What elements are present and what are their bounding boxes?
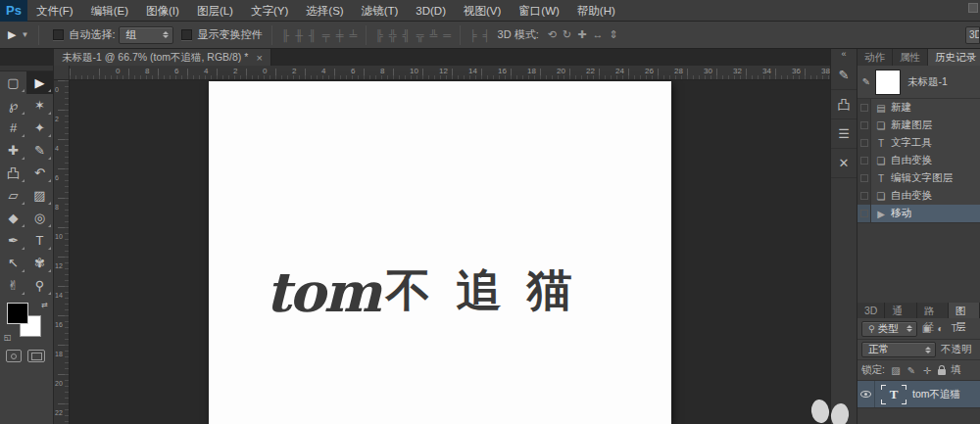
history-item-1[interactable]: ❏新建图层 <box>858 117 980 134</box>
menu-item-3[interactable]: 图层(L) <box>188 0 242 22</box>
lock-all-icon[interactable] <box>938 369 946 375</box>
history-brush-tool[interactable]: ↶ <box>26 162 53 184</box>
custom-shape-tool[interactable]: ✾ <box>26 252 53 274</box>
menu-item-9[interactable]: 窗口(W) <box>510 0 568 22</box>
3d-orbit-icon[interactable]: ⟲ <box>548 28 557 40</box>
workspace-switcher-button[interactable]: 3D <box>965 26 980 44</box>
blend-mode-dropdown[interactable]: 正常 <box>861 342 936 357</box>
menu-item-2[interactable]: 图像(I) <box>137 0 188 22</box>
document-canvas[interactable]: tom不追猫 <box>209 81 671 424</box>
auto-select-dropdown[interactable]: 组 <box>119 26 173 44</box>
path-selection-tool[interactable]: ↖ <box>0 252 26 274</box>
show-transform-checkbox[interactable] <box>181 29 192 40</box>
menu-item-5[interactable]: 选择(S) <box>297 0 352 22</box>
align-bottom-edges-icon[interactable]: ╧ <box>349 29 357 41</box>
distribute-horizontal-centers-icon[interactable]: ╩ <box>429 29 437 41</box>
distribute-left-edges-icon[interactable]: ╦ <box>416 29 424 41</box>
layers-tab-图层[interactable]: 图层 <box>949 303 980 318</box>
history-item-6[interactable]: ▶移动 <box>858 205 980 222</box>
3d-slide-icon[interactable]: ↔ <box>592 28 603 40</box>
move-tool[interactable]: ▶ <box>26 71 53 94</box>
hand-tool[interactable]: ✌ <box>0 274 26 297</box>
lock-image-icon[interactable]: ✎ <box>906 365 917 376</box>
panel-tab-动作[interactable]: 动作 <box>858 49 893 66</box>
menu-item-4[interactable]: 文字(Y) <box>242 0 297 22</box>
canvas-text-layer[interactable]: tom不追猫 <box>266 259 597 324</box>
panel-tab-属性[interactable]: 属性 <box>893 49 928 66</box>
panel-tab-历史记录[interactable]: 历史记录 <box>928 49 980 66</box>
snapshot-thumbnail[interactable] <box>875 70 901 95</box>
align-right-edges-icon[interactable]: ╢ <box>309 29 317 41</box>
history-item-4[interactable]: T编辑文字图层 <box>858 169 980 187</box>
ruler-origin-corner[interactable] <box>54 66 70 80</box>
brush-tool[interactable]: ✎ <box>26 139 53 162</box>
zoom-tool[interactable]: ⚲ <box>26 274 53 297</box>
dodge-tool[interactable]: ◎ <box>26 207 53 229</box>
clone-stamp-tool[interactable]: 凸 <box>0 162 26 184</box>
vertical-ruler[interactable]: 0246810121416182022 <box>54 80 70 424</box>
align-horizontal-centers-icon[interactable]: ╫ <box>295 29 303 41</box>
window-control[interactable] <box>968 3 978 13</box>
gradient-tool[interactable]: ▨ <box>26 184 53 207</box>
history-item-5[interactable]: ❏自由变换 <box>858 187 980 205</box>
3d-roll-icon[interactable]: ↻ <box>563 28 571 40</box>
menu-item-1[interactable]: 编辑(E) <box>82 0 137 22</box>
quick-mask-button[interactable] <box>6 350 22 362</box>
layers-tab-3D[interactable]: 3D <box>858 303 885 318</box>
default-colors-icon[interactable]: ◱ <box>4 333 12 342</box>
history-brush-well[interactable] <box>858 169 871 187</box>
history-item-0[interactable]: ▤新建 <box>858 99 980 117</box>
3d-pan-icon[interactable]: ✚ <box>577 28 586 40</box>
history-brush-well[interactable] <box>858 205 871 222</box>
character-panel-icon[interactable]: ☰ <box>831 119 857 149</box>
brush-presets-panel-icon[interactable]: ✎ <box>831 61 857 90</box>
history-snapshot-row[interactable]: ✎ 未标题-1 <box>858 66 980 99</box>
filter-type-layers-icon[interactable]: T <box>948 323 961 334</box>
close-tab-icon[interactable]: × <box>256 52 262 64</box>
distribute-right-edges-icon[interactable]: ═ <box>443 29 451 41</box>
screen-mode-button[interactable] <box>27 350 45 362</box>
menu-item-7[interactable]: 3D(D) <box>407 0 455 22</box>
menu-item-6[interactable]: 滤镜(T) <box>353 0 408 22</box>
eraser-tool[interactable]: ▱ <box>0 184 26 207</box>
distribute-bottom-edges-icon[interactable]: ╣ <box>403 29 411 41</box>
history-brush-source-icon[interactable]: ✎ <box>859 76 873 87</box>
collapse-panels-icon[interactable]: « <box>831 49 857 61</box>
type-tool[interactable]: T <box>26 229 53 252</box>
eyedropper-tool[interactable]: ✦ <box>26 117 53 139</box>
lock-transparency-icon[interactable]: ▨ <box>890 365 902 376</box>
distribute-vertical-centers-icon[interactable]: ╬ <box>389 29 397 41</box>
pen-tool[interactable]: ✒ <box>0 229 26 252</box>
lasso-tool[interactable]: ℘ <box>0 94 26 117</box>
align-left-edges-icon[interactable]: ╟ <box>281 29 289 41</box>
menu-item-8[interactable]: 视图(V) <box>455 0 510 22</box>
align-vertical-centers-icon[interactable]: ╪ <box>336 29 344 41</box>
layer-filter-kind-dropdown[interactable]: ⚲ 类型 <box>861 321 917 337</box>
swap-colors-icon[interactable]: ⇄ <box>41 301 48 309</box>
tool-presets-panel-icon[interactable]: ✕ <box>831 149 857 178</box>
filter-pixel-layers-icon[interactable]: ▣ <box>920 323 934 334</box>
history-item-3[interactable]: ❏自由变换 <box>858 152 980 169</box>
auto-select-checkbox[interactable] <box>53 29 64 40</box>
layer-row-text[interactable]: T tom不追猫 <box>858 381 980 408</box>
clone-source-panel-icon[interactable]: 凸 <box>831 90 857 119</box>
history-brush-well[interactable] <box>858 134 871 152</box>
history-brush-well[interactable] <box>858 99 871 117</box>
foreground-color-swatch[interactable] <box>7 303 28 324</box>
history-item-2[interactable]: T文字工具 <box>858 134 980 152</box>
tool-preset-picker[interactable]: ▶ ▼ <box>0 28 32 41</box>
auto-align-layers-icon[interactable]: ╞ <box>469 29 477 41</box>
horizontal-ruler[interactable]: 0864202468101214161820222426283032343638… <box>70 66 830 80</box>
rectangular-marquee-tool[interactable]: ▢ <box>0 71 26 94</box>
blur-tool[interactable]: ◆ <box>0 207 26 229</box>
3d-scale-icon[interactable]: ⇕ <box>609 28 617 40</box>
history-brush-well[interactable] <box>858 152 871 169</box>
quick-selection-tool[interactable]: ✶ <box>26 94 53 117</box>
spot-healing-brush-tool[interactable]: ✚ <box>0 139 26 162</box>
crop-tool[interactable]: # <box>0 117 26 139</box>
text-layer-thumbnail[interactable]: T <box>881 385 906 404</box>
distribute-top-edges-icon[interactable]: ╠ <box>375 29 383 41</box>
layers-tab-路径[interactable]: 路径 <box>917 303 949 318</box>
menu-item-10[interactable]: 帮助(H) <box>568 0 624 22</box>
auto-distribute-icon[interactable]: ╡ <box>483 29 491 41</box>
